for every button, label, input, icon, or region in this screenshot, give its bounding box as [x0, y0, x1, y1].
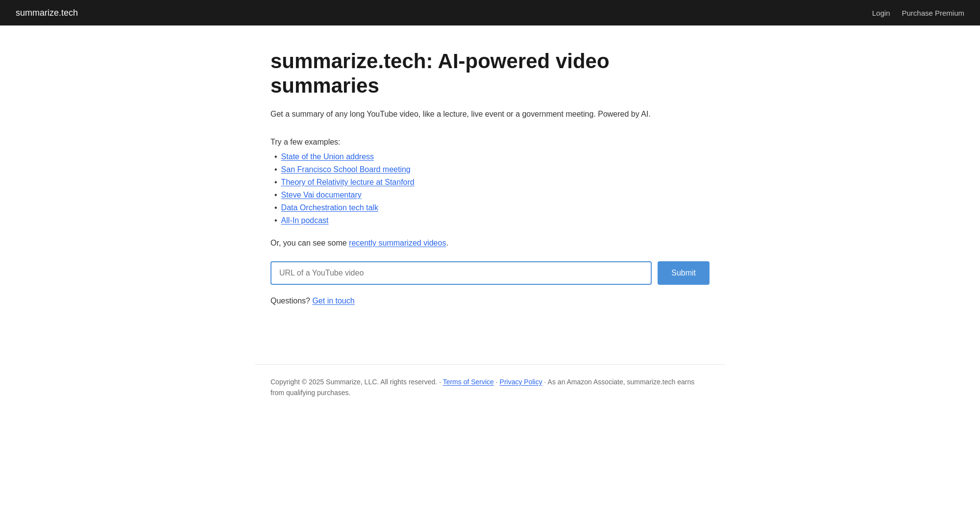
footer-text: Copyright © 2025 Summarize, LLC. All rig… — [270, 376, 710, 399]
page-title: summarize.tech: AI-powered video summari… — [270, 49, 710, 99]
login-link[interactable]: Login — [872, 9, 890, 17]
questions-prefix: Questions? — [270, 297, 312, 305]
navbar: summarize.tech Login Purchase Premium — [0, 0, 980, 25]
list-item: Theory of Relativity lecture at Stanford — [274, 178, 710, 187]
list-item: State of the Union address — [274, 152, 710, 161]
examples-list: State of the Union address San Francisco… — [270, 152, 710, 225]
recently-summarized-suffix: . — [446, 239, 448, 247]
footer: Copyright © 2025 Summarize, LLC. All rig… — [0, 364, 980, 410]
list-item: Steve Vai documentary — [274, 191, 710, 200]
footer-inner: Copyright © 2025 Summarize, LLC. All rig… — [255, 364, 725, 410]
example-link-steve-vai[interactable]: Steve Vai documentary — [281, 191, 362, 200]
privacy-policy-link[interactable]: Privacy Policy — [500, 378, 542, 386]
navbar-brand[interactable]: summarize.tech — [16, 8, 78, 18]
example-link-theory-relativity[interactable]: Theory of Relativity lecture at Stanford — [281, 178, 415, 187]
url-input[interactable] — [270, 261, 652, 285]
footer-separator1: · — [494, 378, 500, 386]
examples-label: Try a few examples: — [270, 138, 710, 147]
recently-summarized-text: Or, you can see some recently summarized… — [270, 239, 710, 248]
main-content: summarize.tech: AI-powered video summari… — [255, 25, 725, 364]
url-input-row: Submit — [270, 261, 710, 285]
get-in-touch-link[interactable]: Get in touch — [312, 297, 354, 305]
example-link-state-of-union[interactable]: State of the Union address — [281, 152, 374, 161]
example-link-sf-school-board[interactable]: San Francisco School Board meeting — [281, 165, 411, 174]
recently-summarized-link[interactable]: recently summarized videos — [349, 239, 446, 247]
navbar-links: Login Purchase Premium — [872, 9, 964, 17]
list-item: San Francisco School Board meeting — [274, 165, 710, 174]
page-description: Get a summary of any long YouTube video,… — [270, 108, 710, 120]
footer-copyright: Copyright © 2025 Summarize, LLC. All rig… — [270, 378, 443, 386]
questions-text: Questions? Get in touch — [270, 297, 710, 305]
list-item: All-In podcast — [274, 216, 710, 225]
example-link-allin-podcast[interactable]: All-In podcast — [281, 216, 329, 225]
terms-of-service-link[interactable]: Terms of Service — [443, 378, 494, 386]
example-link-data-orchestration[interactable]: Data Orchestration tech talk — [281, 203, 378, 212]
purchase-premium-link[interactable]: Purchase Premium — [902, 9, 964, 17]
list-item: Data Orchestration tech talk — [274, 203, 710, 212]
submit-button[interactable]: Submit — [658, 261, 710, 285]
recently-summarized-prefix: Or, you can see some — [270, 239, 349, 247]
